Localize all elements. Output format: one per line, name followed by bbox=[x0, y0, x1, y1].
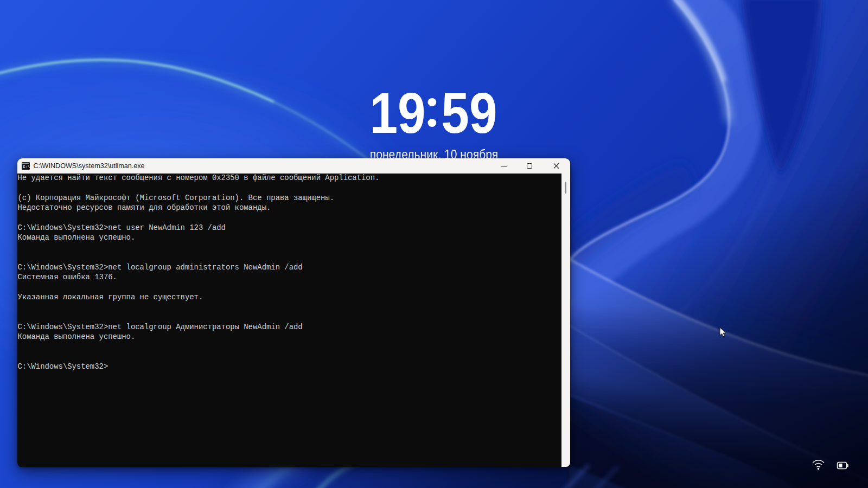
svg-text:C:\: C:\ bbox=[23, 165, 30, 169]
